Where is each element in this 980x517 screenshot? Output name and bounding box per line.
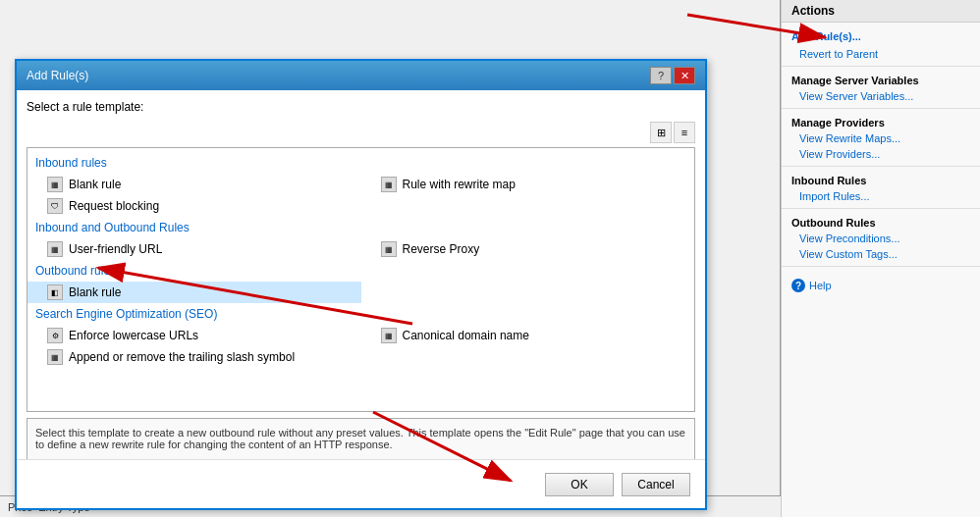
actions-top-section: Add Rule(s)... Revert to Parent: [782, 23, 980, 67]
reverse-proxy-item[interactable]: ▦ Reverse Proxy: [361, 238, 695, 260]
manage-providers-section: Manage Providers View Rewrite Maps... Vi…: [782, 109, 980, 167]
dialog-titlebar: Add Rule(s) ? ✕: [17, 61, 705, 90]
actions-panel-header: Actions: [782, 0, 980, 23]
dialog-help-button[interactable]: ?: [650, 67, 672, 84]
template-list[interactable]: Inbound rules ▦ Blank rule ▦ Rule with r…: [27, 147, 695, 412]
enforce-lowercase-icon: ⚙: [47, 328, 63, 343]
inbound-rules-title: Inbound Rules: [782, 171, 980, 188]
seo-row-1: ⚙ Enforce lowercase URLs ▦ Canonical dom…: [27, 325, 694, 346]
inbound-rules-row-1: ▦ Blank rule ▦ Rule with rewrite map: [27, 174, 694, 195]
revert-to-parent-link[interactable]: Revert to Parent: [782, 46, 980, 62]
view-custom-tags-link[interactable]: View Custom Tags...: [782, 246, 980, 262]
toolbar-grid-icon[interactable]: ⊞: [650, 122, 672, 143]
ok-button[interactable]: OK: [545, 473, 614, 496]
dialog-content: Select a rule template: ⊞ ≡ Inbound rule…: [17, 90, 705, 449]
dialog-title-buttons: ? ✕: [650, 67, 695, 84]
rule-with-rewrite-map-label: Rule with rewrite map: [403, 178, 516, 191]
cancel-button[interactable]: Cancel: [622, 473, 690, 496]
trailing-slash-item[interactable]: ▦ Append or remove the trailing slash sy…: [27, 346, 361, 368]
help-label: Help: [809, 280, 832, 291]
view-server-vars-link[interactable]: View Server Variables...: [782, 88, 980, 104]
blank-rule-outbound-icon: ◧: [47, 284, 63, 300]
trailing-slash-label: Append or remove the trailing slash symb…: [69, 350, 295, 364]
view-rewrite-maps-link[interactable]: View Rewrite Maps...: [782, 130, 980, 146]
canonical-domain-icon: ▦: [381, 328, 397, 343]
add-rules-dialog: Add Rule(s) ? ✕ Select a rule template: …: [15, 59, 707, 510]
manage-server-vars-section: Manage Server Variables View Server Vari…: [782, 67, 980, 109]
actions-panel: Actions Add Rule(s)... Revert to Parent …: [781, 0, 980, 517]
trailing-slash-icon: ▦: [47, 349, 63, 365]
dialog-label: Select a rule template:: [27, 100, 695, 114]
enforce-lowercase-label: Enforce lowercase URLs: [69, 329, 198, 342]
dialog-footer: OK Cancel: [17, 459, 705, 508]
inbound-rules-row-2: 🛡 Request blocking: [27, 195, 694, 217]
dialog-title: Add Rule(s): [27, 69, 88, 82]
blank-rule-outbound-label: Blank rule: [69, 285, 121, 299]
help-icon: ?: [791, 279, 805, 292]
enforce-lowercase-item[interactable]: ⚙ Enforce lowercase URLs: [27, 325, 361, 346]
seo-section-label[interactable]: Search Engine Optimization (SEO): [27, 303, 694, 325]
help-section: ? Help: [782, 267, 980, 304]
manage-providers-title: Manage Providers: [782, 113, 980, 130]
view-preconditions-link[interactable]: View Preconditions...: [782, 231, 980, 246]
blank-rule-inbound-item[interactable]: ▦ Blank rule: [27, 174, 361, 195]
help-link[interactable]: ? Help: [782, 273, 980, 298]
reverse-proxy-label: Reverse Proxy: [403, 242, 480, 256]
add-rules-link[interactable]: Add Rule(s)...: [782, 26, 980, 46]
toolbar-list-icon[interactable]: ≡: [674, 122, 695, 143]
manage-server-vars-title: Manage Server Variables: [782, 71, 980, 88]
blank-rule-inbound-icon: ▦: [47, 177, 63, 192]
inbound-outbound-section-label[interactable]: Inbound and Outbound Rules: [27, 217, 694, 238]
outbound-rules-section: Outbound Rules View Preconditions... Vie…: [782, 209, 980, 267]
outbound-rules-title: Outbound Rules: [782, 213, 980, 231]
rule-rewrite-map-icon: ▦: [381, 177, 397, 192]
seo-row-2: ▦ Append or remove the trailing slash sy…: [27, 346, 694, 368]
request-blocking-item[interactable]: 🛡 Request blocking: [27, 195, 361, 217]
request-blocking-icon: 🛡: [47, 198, 63, 214]
blank-rule-inbound-label: Blank rule: [69, 178, 121, 191]
template-list-toolbar: ⊞ ≡: [27, 122, 695, 143]
inbound-rules-section-label[interactable]: Inbound rules: [27, 152, 694, 174]
canonical-domain-label: Canonical domain name: [403, 329, 529, 342]
outbound-rules-row-1: ◧ Blank rule: [27, 282, 694, 303]
inbound-rules-section: Inbound Rules Import Rules...: [782, 167, 980, 209]
view-providers-link[interactable]: View Providers...: [782, 146, 980, 162]
request-blocking-label: Request blocking: [69, 199, 159, 213]
user-friendly-url-item[interactable]: ▦ User-friendly URL: [27, 238, 361, 260]
import-rules-link[interactable]: Import Rules...: [782, 188, 980, 204]
blank-rule-outbound-item[interactable]: ◧ Blank rule: [27, 282, 361, 303]
reverse-proxy-icon: ▦: [381, 241, 397, 257]
outbound-rules-section-label[interactable]: Outbound rules: [27, 260, 694, 282]
rule-with-rewrite-map-item[interactable]: ▦ Rule with rewrite map: [361, 174, 695, 195]
dialog-close-button[interactable]: ✕: [674, 67, 695, 84]
canonical-domain-item[interactable]: ▦ Canonical domain name: [361, 325, 695, 346]
user-friendly-url-label: User-friendly URL: [69, 242, 162, 256]
user-friendly-url-icon: ▦: [47, 241, 63, 257]
inbound-outbound-row-1: ▦ User-friendly URL ▦ Reverse Proxy: [27, 238, 694, 260]
